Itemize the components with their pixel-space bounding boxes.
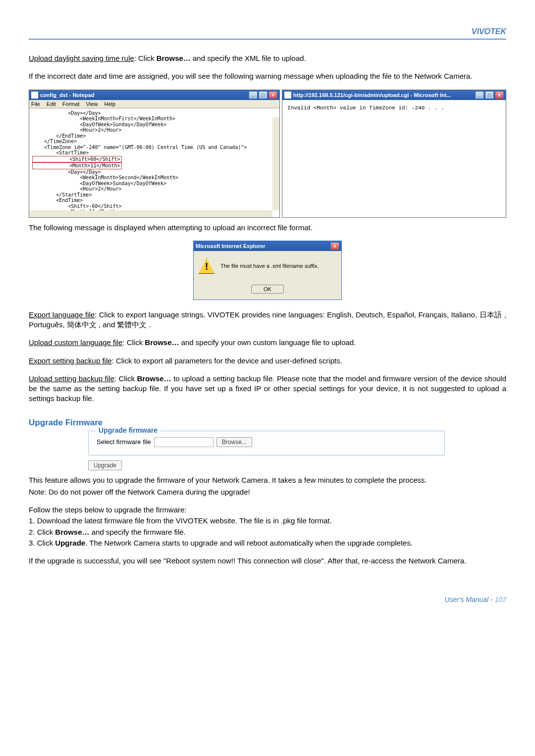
notepad-menubar: File Edit Format View Help — [29, 100, 279, 108]
para-steps-intro: Follow the steps below to upgrade the fi… — [29, 505, 506, 515]
para-export-backup: Export setting backup file: Click to exp… — [29, 356, 506, 366]
lead-upload-lang: Upload custom language file — [29, 338, 122, 347]
page-footer: User's Manual - 107 — [29, 596, 506, 604]
highlighted-shift: <Shift>60</Shift> — [32, 156, 122, 163]
screenshots-row: config_dst - Notepad _ □ X File Edit For… — [29, 90, 506, 218]
notepad-body: <Day></Day> <WeekInMonth>First</WeekInMo… — [29, 108, 279, 217]
ie-body: Invalid <Month> value in TimeZone id: -2… — [282, 100, 506, 217]
menu-edit[interactable]: Edit — [47, 101, 56, 107]
error-dialog: Microsoft Internet Explorer X The file m… — [193, 241, 342, 300]
para-upload-backup: Upload setting backup file: Click Browse… — [29, 374, 506, 404]
lead-upload-dst: Upload daylight saving time rule — [29, 54, 134, 62]
select-firmware-label: Select firmware file — [97, 438, 151, 446]
para-incorrect-format: The following message is displayed when … — [29, 223, 506, 233]
dialog-message: The file must have a .xml filename suffi… — [220, 263, 319, 269]
menu-file[interactable]: File — [31, 101, 40, 107]
browse-button[interactable]: Browse... — [216, 437, 252, 447]
menu-format[interactable]: Format — [62, 101, 80, 107]
lead-upload-backup: Upload setting backup file — [29, 374, 114, 383]
para-upgrade-desc: This feature allows you to upgrade the f… — [29, 475, 506, 485]
para-export-lang: Export language file: Click to export la… — [29, 310, 506, 330]
notepad-window: config_dst - Notepad _ □ X File Edit For… — [29, 90, 280, 218]
step-1: 1. Download the latest firmware file fro… — [29, 516, 506, 526]
dialog-titlebar: Microsoft Internet Explorer X — [194, 241, 341, 251]
fieldset-legend: Upgrade firmware — [96, 426, 160, 434]
upgrade-fieldset: Upgrade firmware Select firmware file Br… — [88, 431, 445, 455]
page-number: 107 — [495, 596, 506, 604]
ie-window: http://192.168.5.121/cgi-bin/admin/uploa… — [282, 90, 506, 218]
ie-icon — [284, 92, 291, 99]
notepad-titlebar: config_dst - Notepad _ □ X — [29, 90, 279, 100]
lead-export-backup: Export setting backup file — [29, 356, 112, 365]
lead-export-lang: Export language file — [29, 310, 95, 319]
footer-label: User's Manual - — [444, 596, 494, 604]
dialog-close-button[interactable]: X — [330, 242, 339, 250]
close-button[interactable]: X — [268, 91, 277, 99]
menu-help[interactable]: Help — [104, 101, 115, 107]
ie-maximize-button[interactable]: □ — [485, 91, 494, 99]
firmware-file-input[interactable] — [154, 437, 214, 447]
highlighted-month: <Month>11</Month> — [32, 162, 122, 169]
window-buttons: _ □ X — [249, 91, 277, 99]
menu-view[interactable]: View — [86, 101, 98, 107]
warning-icon — [199, 258, 214, 274]
para-upgrade-note: Note: Do do not power off the Network Ca… — [29, 487, 506, 497]
maximize-button[interactable]: □ — [259, 91, 268, 99]
ie-titlebar: http://192.168.5.121/cgi-bin/admin/uploa… — [282, 90, 506, 100]
minimize-button[interactable]: _ — [249, 91, 258, 99]
ie-minimize-button[interactable]: _ — [475, 91, 484, 99]
step-2: 2. Click Browse… and specify the firmwar… — [29, 527, 506, 537]
upgrade-button[interactable]: Upgrade — [88, 460, 122, 470]
notepad-title: config_dst - Notepad — [40, 92, 94, 98]
para-incorrect-date: If the incorrect date and time are assig… — [29, 71, 506, 81]
para-upload-dst: Upload daylight saving time rule: Click … — [29, 53, 506, 63]
ok-button[interactable]: OK — [251, 285, 284, 294]
header-rule — [29, 39, 506, 40]
brand-header: VIVOTEK — [29, 27, 506, 36]
para-upload-lang: Upload custom language file: Click Brows… — [29, 338, 506, 348]
browse-word: Browse… — [157, 54, 191, 62]
para-upgrade-success: If the upgrade is successful, you will s… — [29, 556, 506, 566]
vertical-scrollbar[interactable] — [272, 117, 279, 210]
dialog-title: Microsoft Internet Explorer — [196, 243, 266, 249]
step-3: 3. Click Upgrade. The Network Camera sta… — [29, 538, 506, 548]
notepad-icon — [31, 92, 38, 99]
ie-close-button[interactable]: X — [495, 91, 504, 99]
ie-title: http://192.168.5.121/cgi-bin/admin/uploa… — [293, 92, 451, 98]
horizontal-scrollbar[interactable] — [29, 210, 272, 217]
